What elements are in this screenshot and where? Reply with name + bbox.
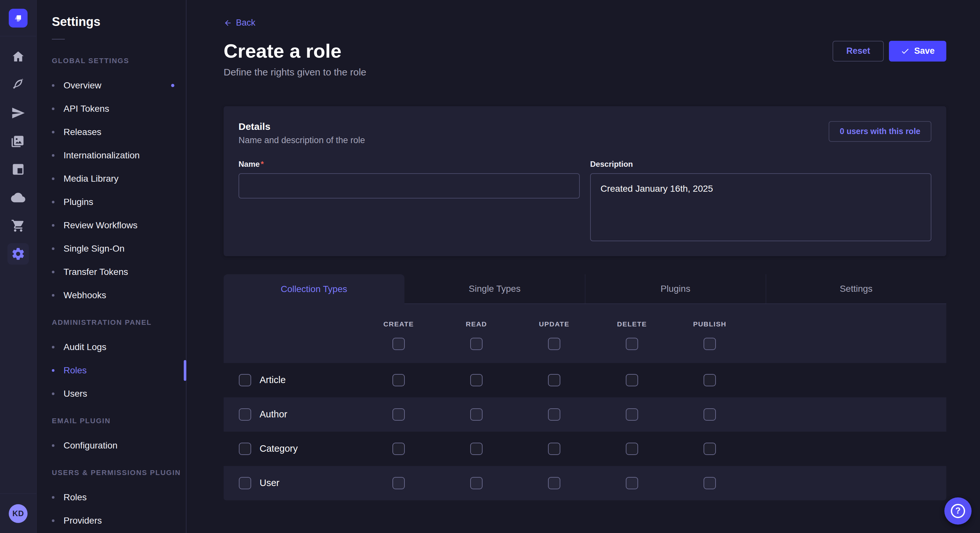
- header-actions: Reset Save: [832, 41, 946, 62]
- active-indicator: [184, 360, 186, 381]
- author-publish-checkbox[interactable]: [703, 408, 716, 420]
- rail-item-content-type-builder[interactable]: [8, 74, 29, 95]
- subnav-section-email-plugin: EMAIL PLUGINConfiguration: [37, 414, 186, 457]
- select-all-update-checkbox[interactable]: [548, 338, 560, 350]
- bullet-icon: [52, 369, 54, 372]
- details-subtitle: Name and description of the role: [239, 135, 365, 145]
- save-button[interactable]: Save: [889, 41, 946, 62]
- rail-item-deploy[interactable]: [8, 102, 29, 124]
- tab-settings[interactable]: Settings: [766, 274, 947, 304]
- bullet-icon: [52, 154, 54, 157]
- rail-item-marketplace[interactable]: [8, 215, 29, 236]
- category-publish-checkbox[interactable]: [703, 443, 716, 455]
- subnav-item-plugins[interactable]: Plugins: [37, 190, 186, 214]
- subnav-section-label: USERS & PERMISSIONS PLUGIN: [37, 466, 186, 479]
- workspace-logo-button[interactable]: [0, 0, 36, 36]
- tab-collection-types[interactable]: Collection Types: [224, 274, 404, 304]
- author-delete-checkbox[interactable]: [626, 408, 638, 420]
- bullet-icon: [52, 178, 54, 180]
- media-icon: [11, 134, 25, 148]
- subnav-item-label: Internationalization: [64, 150, 140, 160]
- subnav-item-single-sign-on[interactable]: Single Sign-On: [37, 237, 186, 260]
- article-delete-checkbox[interactable]: [626, 374, 638, 386]
- article-create-checkbox[interactable]: [393, 374, 405, 386]
- article-select-row-checkbox[interactable]: [239, 374, 251, 386]
- select-all-delete-checkbox[interactable]: [626, 338, 638, 350]
- user-delete-checkbox[interactable]: [626, 477, 638, 489]
- subnav-item-label: Single Sign-On: [64, 244, 124, 254]
- settings-subnav: Settings GLOBAL SETTINGSOverviewAPI Toke…: [37, 0, 186, 533]
- rail-item-media-library[interactable]: [8, 130, 29, 152]
- article-update-checkbox[interactable]: [548, 374, 560, 386]
- description-textarea[interactable]: Created January 16th, 2025: [590, 173, 931, 241]
- category-create-checkbox[interactable]: [393, 443, 405, 455]
- user-select-row-checkbox[interactable]: [239, 477, 251, 489]
- rail-item-settings[interactable]: [8, 243, 29, 265]
- subnav-item-roles[interactable]: Roles: [37, 359, 186, 382]
- feather-icon: [11, 78, 25, 92]
- permissions-table-header: CREATEREADUPDATEDELETEPUBLISH: [224, 304, 946, 363]
- rail-item-content-manager[interactable]: [8, 159, 29, 180]
- subnav-item-label: Releases: [64, 127, 102, 137]
- article-publish-checkbox[interactable]: [703, 374, 716, 386]
- rail-item-home[interactable]: [8, 46, 29, 67]
- subnav-item-configuration[interactable]: Configuration: [37, 434, 186, 457]
- category-delete-checkbox[interactable]: [626, 443, 638, 455]
- rail-nav: [0, 36, 36, 265]
- subnav-item-media-library[interactable]: Media Library: [37, 167, 186, 190]
- subnav-item-review-workflows[interactable]: Review Workflows: [37, 214, 186, 237]
- user-avatar[interactable]: KD: [9, 504, 27, 523]
- author-read-checkbox[interactable]: [470, 408, 482, 420]
- permission-cell: [438, 374, 515, 386]
- category-select-row-checkbox[interactable]: [239, 443, 251, 455]
- author-select-row-checkbox[interactable]: [239, 408, 251, 420]
- row-label: User: [259, 477, 279, 488]
- tab-single-types[interactable]: Single Types: [404, 274, 585, 304]
- subnav-item-transfer-tokens[interactable]: Transfer Tokens: [37, 260, 186, 284]
- subnav-section-users-permissions-plugin: USERS & PERMISSIONS PLUGINRolesProviders: [37, 466, 186, 532]
- subnav-item-audit-logs[interactable]: Audit Logs: [37, 335, 186, 359]
- subnav-item-api-tokens[interactable]: API Tokens: [37, 97, 186, 121]
- bullet-icon: [52, 519, 54, 522]
- subnav-item-roles-plugin[interactable]: Roles: [37, 486, 186, 509]
- permission-cell: [360, 408, 438, 420]
- category-update-checkbox[interactable]: [548, 443, 560, 455]
- required-asterisk: *: [261, 160, 264, 168]
- author-update-checkbox[interactable]: [548, 408, 560, 420]
- page-subtitle: Define the rights given to the role: [224, 67, 946, 78]
- permission-cell: [360, 477, 438, 489]
- select-all-read-checkbox[interactable]: [470, 338, 482, 350]
- rail-item-cloud[interactable]: [8, 187, 29, 208]
- column-label: CREATE: [383, 320, 414, 328]
- user-update-checkbox[interactable]: [548, 477, 560, 489]
- subnav-item-users[interactable]: Users: [37, 382, 186, 405]
- details-title: Details: [239, 121, 365, 132]
- select-all-create-checkbox[interactable]: [393, 338, 405, 350]
- user-publish-checkbox[interactable]: [703, 477, 716, 489]
- article-read-checkbox[interactable]: [470, 374, 482, 386]
- bullet-icon: [52, 131, 54, 133]
- bullet-icon: [52, 224, 54, 227]
- subnav-item-webhooks[interactable]: Webhooks: [37, 284, 186, 307]
- users-with-role-button[interactable]: 0 users with this role: [829, 121, 931, 142]
- help-button[interactable]: ?: [944, 497, 972, 525]
- subnav-item-releases[interactable]: Releases: [37, 121, 186, 144]
- category-read-checkbox[interactable]: [470, 443, 482, 455]
- select-all-publish-checkbox[interactable]: [703, 338, 716, 350]
- subnav-item-label: Providers: [64, 516, 102, 526]
- permission-cell: [438, 477, 515, 489]
- subnav-item-internationalization[interactable]: Internationalization: [37, 144, 186, 167]
- subnav-item-overview[interactable]: Overview: [37, 74, 186, 97]
- reset-button[interactable]: Reset: [832, 41, 884, 62]
- author-create-checkbox[interactable]: [393, 408, 405, 420]
- user-read-checkbox[interactable]: [470, 477, 482, 489]
- subnav-item-providers-plugin[interactable]: Providers: [37, 509, 186, 532]
- name-input[interactable]: [239, 173, 580, 198]
- user-create-checkbox[interactable]: [393, 477, 405, 489]
- tab-plugins[interactable]: Plugins: [585, 274, 766, 304]
- permission-row-category: Category: [224, 431, 946, 466]
- subnav-item-label: Users: [64, 389, 87, 399]
- permission-cell: [593, 443, 671, 455]
- back-link[interactable]: Back: [224, 18, 255, 28]
- strapi-logo-icon: [9, 9, 27, 27]
